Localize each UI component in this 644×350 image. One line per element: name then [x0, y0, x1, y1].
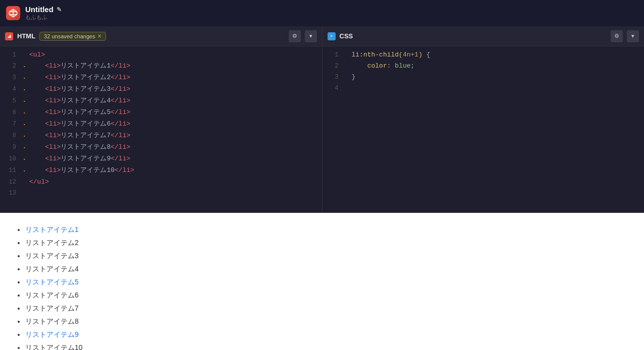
html-code-editor-wrap: 1 <ul>2• <li>リストアイテム1</li>3• <li>リストアイテム…	[0, 46, 322, 213]
line-dot: •	[23, 165, 27, 177]
line-dot: •	[23, 96, 27, 107]
css-panel: + CSS ⚙ ▾ 1 li:nth-child(4n+1) {2 color:…	[323, 26, 645, 213]
html-code-line: 13	[0, 188, 322, 199]
html-code-line: 12 </ul>	[0, 177, 322, 188]
line-code: }	[352, 72, 356, 83]
line-code: </ul>	[29, 177, 49, 188]
line-number: 4	[2, 84, 16, 95]
list-item-link[interactable]: リストアイテム9	[25, 330, 79, 338]
badge-close-button[interactable]: ✕	[97, 33, 101, 39]
line-number: 10	[2, 153, 16, 164]
html-code-editor[interactable]: 1 <ul>2• <li>リストアイテム1</li>3• <li>リストアイテム…	[0, 46, 322, 213]
list-item: リストアイテム2	[25, 236, 629, 249]
html-code-line: 10• <li>リストアイテム9</li>	[0, 153, 322, 165]
html-panel: ◢ HTML 32 unsaved changes ✕ ⚙ ▾ 1 <ul>2•…	[0, 26, 323, 213]
edit-icon[interactable]: ✎	[57, 6, 62, 13]
line-number: 13	[2, 188, 16, 199]
line-code: li:nth-child(4n+1) {	[352, 49, 431, 61]
line-code: <ul>	[29, 49, 45, 61]
line-dot: •	[23, 142, 27, 153]
title-text: Untitled	[25, 5, 53, 14]
line-code: color: blue;	[352, 61, 415, 72]
css-panel-header: + CSS ⚙ ▾	[323, 26, 645, 46]
css-settings-button[interactable]: ⚙	[611, 30, 623, 42]
html-code-line: 2• <li>リストアイテム1</li>	[0, 61, 322, 72]
line-code: <li>リストアイテム1</li>	[29, 61, 130, 72]
list-item: リストアイテム6	[25, 288, 629, 302]
line-code: <li>リストアイテム7</li>	[29, 130, 130, 141]
line-code: <li>リストアイテム5</li>	[29, 107, 130, 118]
html-code-line: 4• <li>リストアイテム3</li>	[0, 84, 322, 95]
line-number: 3	[325, 72, 339, 83]
html-code-line: 6• <li>リストアイテム5</li>	[0, 107, 322, 119]
css-icon: +	[328, 32, 336, 40]
list-item: リストアイテム7	[25, 302, 629, 315]
line-code: <li>リストアイテム2</li>	[29, 72, 130, 83]
list-item: リストアイテム5	[25, 275, 629, 288]
html-panel-header: ◢ HTML 32 unsaved changes ✕ ⚙ ▾	[0, 26, 322, 46]
line-code: <li>リストアイテム8</li>	[29, 142, 130, 153]
html-tab-label: HTML	[17, 32, 35, 40]
line-number: 2	[2, 61, 16, 72]
line-number: 6	[2, 107, 16, 118]
css-tab-label: CSS	[340, 32, 353, 40]
editor-area: ◢ HTML 32 unsaved changes ✕ ⚙ ▾ 1 <ul>2•…	[0, 26, 644, 213]
list-item: リストアイテム1	[25, 223, 629, 236]
preview-area: リストアイテム1リストアイテム2リストアイテム3リストアイテム4リストアイテム5…	[0, 213, 644, 350]
html-code-line: 5• <li>リストアイテム4</li>	[0, 95, 322, 107]
line-number: 4	[325, 83, 339, 94]
html-code-line: 3• <li>リストアイテム2</li>	[0, 72, 322, 84]
html-icon: ◢	[5, 32, 13, 40]
top-bar: Untitled ✎ もふもふ	[0, 0, 644, 26]
line-dot: •	[23, 107, 27, 119]
list-item: リストアイテム9	[25, 328, 629, 341]
css-code-line: 3 }	[323, 72, 645, 83]
html-code-line: 1 <ul>	[0, 49, 322, 61]
line-number: 11	[2, 165, 16, 176]
unsaved-badge: 32 unsaved changes ✕	[39, 32, 106, 41]
preview-list: リストアイテム1リストアイテム2リストアイテム3リストアイテム4リストアイテム5…	[15, 223, 629, 350]
css-code-line: 2 color: blue;	[323, 61, 645, 72]
line-code: <li>リストアイテム6</li>	[29, 119, 130, 130]
line-dot: •	[23, 73, 27, 84]
html-code-line: 11• <li>リストアイテム10</li>	[0, 165, 322, 177]
line-number: 3	[2, 72, 16, 83]
line-number: 9	[2, 142, 16, 153]
list-item: リストアイテム3	[25, 249, 629, 262]
css-code-editor-wrap: 1 li:nth-child(4n+1) {2 color: blue;3 }4	[323, 46, 645, 213]
css-tab[interactable]: CSS	[340, 32, 353, 40]
line-number: 1	[325, 49, 339, 61]
line-code: <li>リストアイテム9</li>	[29, 153, 130, 164]
html-code-line: 8• <li>リストアイテム7</li>	[0, 130, 322, 142]
title-block: Untitled ✎ もふもふ	[25, 5, 62, 21]
line-number: 5	[2, 95, 16, 106]
line-code: <li>リストアイテム4</li>	[29, 95, 130, 106]
line-code: <li>リストアイテム3</li>	[29, 84, 130, 95]
line-dot: •	[23, 131, 27, 142]
html-code-line: 9• <li>リストアイテム8</li>	[0, 142, 322, 153]
list-item: リストアイテム10	[25, 341, 629, 350]
line-dot: •	[23, 154, 27, 165]
html-tab[interactable]: HTML	[17, 32, 35, 40]
list-item-link[interactable]: リストアイテム1	[25, 225, 79, 234]
unsaved-badge-text: 32 unsaved changes	[44, 33, 95, 39]
line-dot: •	[23, 61, 27, 72]
line-dot: •	[23, 119, 27, 130]
html-settings-button[interactable]: ⚙	[289, 30, 301, 42]
project-subtitle: もふもふ	[25, 14, 62, 21]
line-number: 7	[2, 119, 16, 130]
line-number: 1	[2, 49, 16, 61]
css-code-editor[interactable]: 1 li:nth-child(4n+1) {2 color: blue;3 }4	[323, 46, 645, 213]
html-collapse-button[interactable]: ▾	[305, 30, 317, 42]
list-item: リストアイテム4	[25, 262, 629, 275]
project-title: Untitled ✎	[25, 5, 62, 14]
line-dot: •	[23, 84, 27, 95]
css-code-line: 1 li:nth-child(4n+1) {	[323, 49, 645, 61]
logo-icon	[6, 6, 20, 20]
list-item-link[interactable]: リストアイテム5	[25, 278, 79, 286]
html-code-line: 7• <li>リストアイテム6</li>	[0, 119, 322, 130]
css-code-line: 4	[323, 83, 645, 94]
line-number: 8	[2, 130, 16, 141]
css-collapse-button[interactable]: ▾	[627, 30, 639, 42]
line-code: <li>リストアイテム10</li>	[29, 165, 134, 176]
